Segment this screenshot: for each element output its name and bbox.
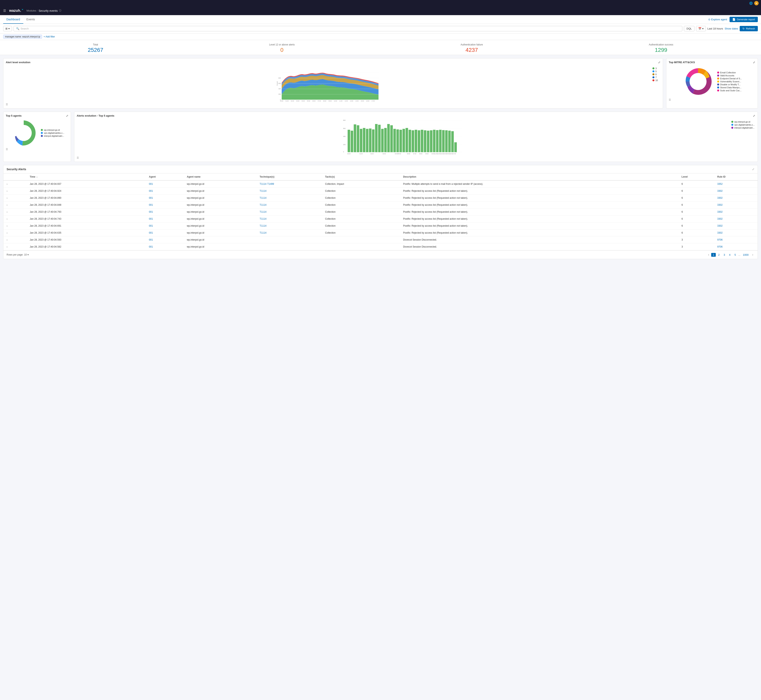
stat-auth-fail-label: Authentication failure <box>461 43 483 46</box>
svg-rect-60 <box>402 129 405 152</box>
stat-auth-fail-value: 4237 <box>461 47 483 53</box>
table-icon-mitre[interactable]: ☰ <box>669 98 671 101</box>
prev-page-button[interactable]: ‹ <box>707 253 710 257</box>
col-time[interactable]: Time ↓ <box>27 173 147 180</box>
svg-rect-75 <box>448 131 451 152</box>
technique-tag[interactable]: T1114 <box>260 189 267 192</box>
alerts-table: Time ↓ Agent Agent name Technique(s) Tac… <box>3 173 758 250</box>
technique-tag[interactable]: T1114 <box>260 203 267 206</box>
technique-tag[interactable]: T1114 <box>260 217 267 220</box>
expand-icon-table[interactable]: ⤢ <box>752 168 755 171</box>
agent-icon: ⊙ <box>708 18 710 21</box>
row-expand-button[interactable]: › <box>6 217 8 220</box>
rows-per-page[interactable]: Rows per page: 10 ▾ <box>6 253 29 256</box>
agent-badge[interactable]: 001 <box>149 183 153 185</box>
rule-id-link[interactable]: 3302 <box>717 231 723 234</box>
agent-badge[interactable]: 001 <box>149 217 153 220</box>
page-3-button[interactable]: 3 <box>722 253 727 257</box>
row-time: Jan 28, 2023 @ 17:40:04.890 <box>27 195 147 202</box>
row-expand-button[interactable]: › <box>6 210 8 214</box>
alert-level-legend: 3 5 6 7 10 <box>652 66 660 102</box>
agent-badge[interactable]: 001 <box>149 203 153 206</box>
explore-agent-button[interactable]: ⊙ Explore agent <box>708 18 727 21</box>
expand-icon-agents[interactable]: ⤢ <box>66 114 68 117</box>
show-dates-button[interactable]: Show dates <box>725 27 738 30</box>
svg-text:800: 800 <box>343 119 346 121</box>
dql-button[interactable]: DQL <box>684 26 694 31</box>
add-filter-button[interactable]: + Add filter <box>44 35 55 38</box>
row-expand-button[interactable]: › <box>6 182 8 186</box>
page-2-button[interactable]: 2 <box>717 253 721 257</box>
row-expand-button[interactable]: › <box>6 231 8 234</box>
tab-dashboard[interactable]: Dashboard <box>3 16 23 24</box>
technique-tag[interactable]: T1114 <box>260 231 267 234</box>
rule-id-link[interactable]: 3302 <box>717 211 723 213</box>
evol-legend-interpol: interpol.digitalmatri... <box>731 127 755 129</box>
search-type-button[interactable]: ⊞ ▾ <box>3 26 12 31</box>
svg-rect-44 <box>354 124 356 152</box>
rule-id-link[interactable]: 3352 <box>717 183 723 185</box>
avatar[interactable]: a <box>754 1 759 5</box>
technique-tag[interactable]: T1114 <box>260 197 267 199</box>
agent-badge[interactable]: 001 <box>149 231 153 234</box>
row-expand-button[interactable]: › <box>6 189 8 192</box>
page-5-button[interactable]: 5 <box>733 253 738 257</box>
row-expand-cell: › <box>3 236 27 243</box>
row-expand-button[interactable]: › <box>6 203 8 206</box>
row-agent-name: wp.interpol.go.id <box>184 195 257 202</box>
rule-id-link[interactable]: 3302 <box>717 224 723 227</box>
agent-badge[interactable]: 001 <box>149 197 153 199</box>
expand-icon[interactable]: ⤢ <box>658 61 660 64</box>
next-page-button[interactable]: › <box>751 253 755 257</box>
agent-badge[interactable]: 001 <box>149 211 153 213</box>
rows-per-page-label: Rows per page: <box>6 253 23 256</box>
refresh-button[interactable]: ↻ Refresh <box>740 26 758 31</box>
technique-tag[interactable]: T1114 <box>260 224 267 227</box>
page-1-button[interactable]: 1 <box>711 253 716 257</box>
table-icon-evolution[interactable]: ☰ <box>77 156 79 159</box>
rule-id-link[interactable]: 3302 <box>717 189 723 192</box>
svg-text:12:00: 12:00 <box>437 153 441 155</box>
row-expand-button[interactable]: › <box>6 196 8 200</box>
table-icon-agents[interactable]: ☰ <box>6 148 8 151</box>
row-expand-button[interactable]: › <box>6 238 8 241</box>
row-expand-cell: › <box>3 208 27 216</box>
svg-text:06:00: 06:00 <box>407 153 410 155</box>
agents-donut-svg <box>10 119 37 147</box>
agent-badge[interactable]: 001 <box>149 238 153 241</box>
row-expand-button[interactable]: › <box>6 224 8 227</box>
row-agent: 001 <box>147 243 184 250</box>
expand-icon-evolution[interactable]: ⤢ <box>753 114 755 117</box>
generate-report-button[interactable]: 📄 Generate report <box>730 17 758 22</box>
svg-text:10:00: 10:00 <box>432 153 435 155</box>
page-last-button[interactable]: 1000 <box>741 253 750 257</box>
agent-badge[interactable]: 001 <box>149 189 153 192</box>
stat-auth-success: Authentication success 1299 <box>649 43 673 53</box>
calendar-icon: 📅 <box>698 27 702 30</box>
modules-link[interactable]: Modules <box>27 9 36 12</box>
svg-rect-77 <box>454 142 457 152</box>
row-expand-button[interactable]: › <box>6 245 8 248</box>
technique-tag[interactable]: T1499 <box>267 183 274 185</box>
expand-icon-mitre[interactable]: ⤢ <box>753 61 755 64</box>
search-input[interactable]: 🔍 Search <box>14 26 682 31</box>
report-icon: 📄 <box>732 18 736 21</box>
rule-id-link[interactable]: 9706 <box>717 238 723 241</box>
svg-point-31 <box>16 125 32 141</box>
menu-icon[interactable]: ☰ <box>3 9 6 12</box>
rule-id-link[interactable]: 9706 <box>717 245 723 248</box>
chart-bottom-bar-icon: ☰ <box>6 103 660 106</box>
mitre-bottom-icon: ☰ <box>669 98 755 101</box>
row-description: Dovecot Session Disconnected. <box>401 243 679 250</box>
page-4-button[interactable]: 4 <box>727 253 732 257</box>
rule-id-link[interactable]: 3302 <box>717 197 723 199</box>
table-icon[interactable]: ☰ <box>6 103 8 106</box>
rule-id-link[interactable]: 3302 <box>717 203 723 206</box>
agent-badge[interactable]: 001 <box>149 245 153 248</box>
agent-badge[interactable]: 001 <box>149 224 153 227</box>
calendar-button[interactable]: 📅 ▾ <box>696 26 706 31</box>
technique-tag[interactable]: T1114 <box>260 183 267 185</box>
tab-events[interactable]: Events <box>23 16 38 24</box>
rule-id-link[interactable]: 3302 <box>717 217 723 220</box>
technique-tag[interactable]: T1114 <box>260 211 267 213</box>
